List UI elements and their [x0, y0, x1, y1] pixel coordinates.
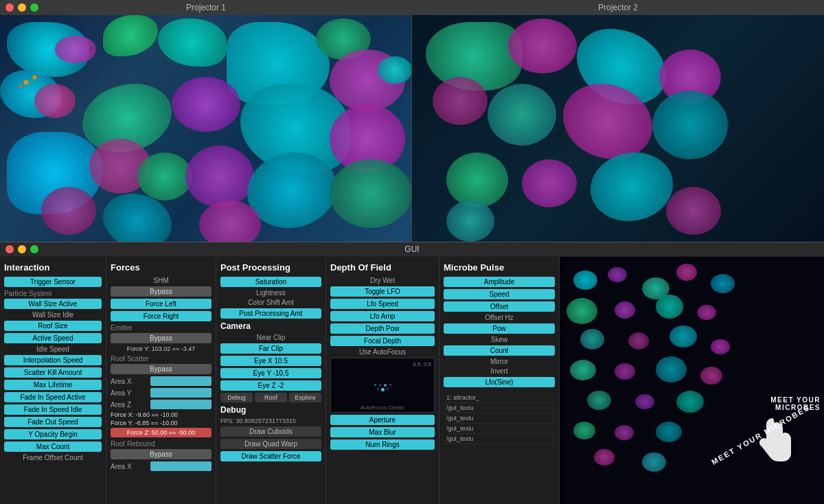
area-z-row: Area Z	[111, 400, 211, 409]
dof-column: Depth Of Field Dry Wet Toggle LFO Lfo Sp…	[326, 257, 439, 504]
postprocessing-column: Post Processing Saturation Lightness Col…	[216, 257, 326, 504]
rorg-6	[488, 84, 556, 146]
bypass-btn-1[interactable]: Bypass	[111, 286, 211, 297]
gui-minimize[interactable]	[18, 245, 26, 253]
gui-bar: GUI	[0, 242, 824, 257]
area-z-slider[interactable]	[150, 400, 211, 409]
lfo-amp-btn[interactable]: Lfo Amp	[330, 311, 435, 321]
explore-btn[interactable]: Explore	[289, 393, 321, 402]
draw-scatter-force-btn[interactable]: Draw Scatter Force	[220, 451, 321, 461]
force-right-btn[interactable]: Force Right	[111, 311, 211, 321]
organism-17	[137, 152, 192, 201]
close-button[interactable]	[5, 3, 14, 12]
eye-x-btn[interactable]: Eye X 10.5	[220, 356, 321, 366]
aperture-btn[interactable]: Aperture	[330, 415, 435, 425]
organism-19	[247, 152, 336, 228]
debug-btn[interactable]: Debug	[220, 393, 253, 402]
fade-in-speed-active-btn[interactable]: Fade In Speed Active	[4, 392, 102, 402]
organism-8	[378, 56, 412, 84]
count-btn[interactable]: Count	[444, 345, 555, 356]
force-x-value: Force X: -9.60 == -10.00	[111, 411, 211, 418]
emitter-label: Emitter	[111, 324, 211, 332]
gui-window-controls[interactable]	[5, 245, 38, 253]
roof-btn[interactable]: Roof	[255, 393, 287, 402]
window-controls[interactable]	[5, 3, 38, 12]
offset-btn[interactable]: Offset	[444, 301, 555, 312]
bypass-btn-3[interactable]: Bypass	[111, 364, 211, 374]
shm-label: SHM	[111, 277, 211, 284]
roof-rebound-label: Roof Rebound	[111, 440, 211, 448]
draw-quad-warp-btn[interactable]: Draw Quad Warp	[220, 439, 321, 449]
particle-system-label: Particle System	[4, 290, 102, 297]
fade-out-speed-btn[interactable]: Fade Out Speed	[4, 417, 102, 427]
area-y-label: Area Y	[111, 389, 148, 397]
force-left-btn[interactable]: Force Left	[111, 299, 211, 309]
sm-org-8	[656, 295, 683, 319]
sm-org-22	[615, 425, 634, 440]
depth-pow-btn[interactable]: Depth Pow	[330, 323, 435, 334]
sm-org-17	[700, 367, 722, 385]
meet-text-display: MEET YOURMICROBES	[770, 396, 821, 411]
sm-org-4	[676, 264, 697, 281]
orange-dot-2	[33, 76, 36, 79]
max-blur-btn[interactable]: Max Blur	[330, 427, 435, 437]
scatter-kill-amount-btn[interactable]: Scatter Kill Amount	[4, 367, 102, 378]
lfo-speed-btn[interactable]: Lfo Speed	[330, 299, 435, 309]
saturation-btn[interactable]: Saturation	[220, 277, 321, 287]
sm-org-11	[628, 332, 649, 350]
y-opacity-begin-btn[interactable]: Y Opacity Begin	[4, 429, 102, 439]
sm-org-1	[573, 271, 597, 290]
organism-10	[34, 84, 76, 118]
bypass-btn-4[interactable]: Bypass	[111, 449, 211, 459]
af-dot	[387, 388, 389, 390]
trigger-sensor-button[interactable]: Trigger Sensor	[4, 277, 102, 287]
wall-size-active-btn[interactable]: Wall Size Active	[4, 299, 102, 309]
num-rings-btn[interactable]: Num Rings	[330, 439, 435, 450]
lightness-label: Lightness	[220, 289, 321, 297]
dof-title: Depth Of Field	[330, 262, 435, 273]
area-x2-slider[interactable]	[150, 461, 211, 471]
rorg-13	[446, 201, 494, 242]
roof-size-btn[interactable]: Roof Size	[4, 321, 102, 331]
gui-title: GUI	[404, 244, 419, 254]
speed-btn[interactable]: Speed	[444, 289, 555, 299]
pow-btn[interactable]: Pow	[444, 323, 555, 334]
bypass-btn-2[interactable]: Bypass	[111, 333, 211, 343]
lfo-sine-btn[interactable]: Lfo(Sine)	[444, 377, 555, 387]
force-z-btn[interactable]: Force Z: 50.00 == -50.00	[111, 428, 211, 437]
sm-org-2	[608, 267, 627, 282]
gui-close[interactable]	[5, 245, 14, 253]
autofocus-label: AutoFocus Center	[360, 404, 404, 411]
minimize-button[interactable]	[18, 3, 26, 12]
sm-org-15	[615, 363, 635, 380]
sm-org-20	[676, 391, 704, 413]
organism-21	[41, 187, 96, 235]
eye-z-btn[interactable]: Eye Z -2	[220, 380, 321, 391]
preview-left	[0, 15, 412, 242]
area-x-slider[interactable]	[150, 376, 211, 386]
titlebar: Projector 1 Projector 2	[0, 0, 824, 15]
maximize-button[interactable]	[30, 3, 38, 12]
focal-depth-btn[interactable]: Focal Depth	[330, 336, 435, 346]
amplitude-btn[interactable]: Amplitude	[444, 277, 555, 287]
eye-y-btn[interactable]: Eye Y -10.5	[220, 368, 321, 378]
color-shift-amt-label: Color Shift Amt	[220, 299, 321, 306]
area-y-slider[interactable]	[150, 388, 211, 398]
interaction-column: Interaction Trigger Sensor Particle Syst…	[0, 257, 106, 504]
draw-cuboids-btn[interactable]: Draw Cuboids	[220, 426, 321, 437]
far-clip-btn[interactable]: Far Clip	[220, 343, 321, 354]
toggle-lfo-btn[interactable]: Toggle LFO	[330, 286, 435, 297]
af-dot	[379, 384, 381, 386]
max-lifetime-btn[interactable]: Max Lifetime	[4, 380, 102, 390]
active-speed-btn[interactable]: Active Speed	[4, 333, 102, 343]
max-count-btn[interactable]: Max Count	[4, 442, 102, 452]
fade-in-speed-idle-btn[interactable]: Fade In Speed Idle	[4, 404, 102, 415]
interpolation-speed-btn[interactable]: Interpolation Speed	[4, 355, 102, 365]
post-processing-amt-btn[interactable]: Post Processing Amt	[220, 308, 321, 319]
organism-22	[103, 194, 172, 242]
gui-maximize[interactable]	[30, 245, 38, 253]
organism-3	[103, 15, 158, 56]
area-x-label: Area X	[111, 378, 148, 385]
area-x-row: Area X	[111, 376, 211, 386]
texture-item-2: /gut_textu	[444, 403, 555, 413]
